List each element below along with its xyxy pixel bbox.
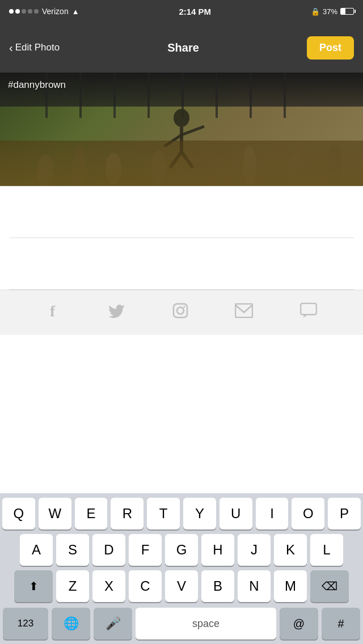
key-y[interactable]: Y [183, 498, 216, 529]
facebook-button[interactable]: f [46, 303, 62, 323]
nav-bar: ‹ Edit Photo Share Post [0, 23, 363, 73]
key-l[interactable]: L [310, 534, 343, 566]
key-g[interactable]: G [165, 534, 198, 566]
photo-area: #dannybrown [0, 73, 363, 186]
status-time: 2:14 PM [179, 7, 211, 16]
chevron-left-icon: ‹ [9, 41, 13, 54]
battery-percent: 37% [323, 7, 337, 16]
delete-key[interactable]: ⌫ [310, 570, 349, 602]
key-p[interactable]: P [328, 498, 361, 529]
key-f[interactable]: F [129, 534, 162, 566]
instagram-button[interactable] [172, 303, 188, 323]
post-button[interactable]: Post [307, 36, 354, 60]
twitter-icon [109, 303, 126, 319]
hash-key[interactable]: # [322, 608, 360, 639]
globe-key[interactable]: 🌐 [52, 608, 90, 639]
key-z[interactable]: Z [56, 570, 89, 602]
at-key[interactable]: @ [280, 608, 318, 639]
svg-rect-6 [250, 73, 252, 118]
svg-point-25 [183, 306, 185, 308]
battery-icon [340, 8, 354, 15]
keyboard-row-1: Q W E R T Y U I O P [2, 498, 361, 529]
signal-dots [9, 9, 39, 14]
svg-text:f: f [50, 303, 56, 319]
social-share-bar: f [0, 290, 363, 335]
key-r[interactable]: R [111, 498, 143, 529]
mail-icon [235, 303, 253, 318]
key-e[interactable]: E [75, 498, 108, 529]
keyboard-bottom-row: 123 🌐 🎤 space @ # [0, 604, 363, 644]
key-h[interactable]: H [201, 534, 234, 566]
back-label: Edit Photo [15, 42, 60, 53]
keyboard: Q W E R T Y U I O P A S D F G H J K L ⬆ … [0, 493, 363, 644]
status-bar: Verizon ▲ 2:14 PM 🔒 37% [0, 0, 363, 23]
svg-rect-3 [147, 73, 150, 118]
content-area [0, 186, 363, 290]
message-button[interactable] [300, 303, 317, 323]
numbers-key[interactable]: 123 [3, 608, 48, 639]
key-n[interactable]: N [238, 570, 271, 602]
svg-point-24 [177, 307, 184, 314]
hashtag-overlay: #dannybrown [8, 79, 66, 91]
status-left: Verizon ▲ [9, 7, 79, 16]
key-x[interactable]: X [92, 570, 125, 602]
key-v[interactable]: V [165, 570, 198, 602]
key-b[interactable]: B [201, 570, 234, 602]
key-q[interactable]: Q [2, 498, 35, 529]
key-i[interactable]: I [256, 498, 289, 529]
back-button[interactable]: ‹ Edit Photo [9, 41, 60, 54]
svg-rect-26 [235, 304, 252, 317]
mail-button[interactable] [235, 303, 253, 322]
instagram-icon [172, 303, 188, 319]
mic-key[interactable]: 🎤 [94, 608, 132, 639]
wifi-icon: ▲ [72, 7, 79, 16]
keyboard-row-3: ⬆ Z X C V B N M ⌫ [2, 570, 361, 602]
keyboard-row-2: A S D F G H J K L [2, 534, 361, 566]
options-row [0, 238, 363, 289]
key-m[interactable]: M [274, 570, 307, 602]
crowd-area [0, 141, 363, 186]
svg-rect-1 [79, 73, 82, 118]
svg-rect-23 [174, 304, 187, 317]
caption-area[interactable] [0, 187, 363, 238]
key-w[interactable]: W [39, 498, 71, 529]
key-d[interactable]: D [92, 534, 125, 566]
key-c[interactable]: C [129, 570, 162, 602]
carrier-label: Verizon [42, 7, 69, 16]
svg-rect-7 [284, 73, 286, 118]
svg-rect-2 [113, 73, 116, 118]
key-k[interactable]: K [274, 534, 307, 566]
status-right: 🔒 37% [311, 7, 354, 16]
facebook-icon: f [46, 303, 62, 319]
key-j[interactable]: J [238, 534, 271, 566]
twitter-button[interactable] [109, 303, 126, 323]
key-s[interactable]: S [56, 534, 89, 566]
svg-line-19 [182, 126, 204, 135]
lock-icon: 🔒 [311, 7, 320, 16]
key-t[interactable]: T [147, 498, 180, 529]
shift-key[interactable]: ⬆ [14, 570, 53, 602]
space-key[interactable]: space [136, 608, 276, 639]
svg-rect-27 [301, 303, 316, 315]
key-o[interactable]: O [292, 498, 324, 529]
chat-icon [300, 303, 317, 319]
svg-point-16 [174, 109, 189, 127]
page-title: Share [167, 41, 199, 54]
svg-rect-5 [216, 73, 218, 118]
key-u[interactable]: U [220, 498, 252, 529]
key-a[interactable]: A [20, 534, 53, 566]
